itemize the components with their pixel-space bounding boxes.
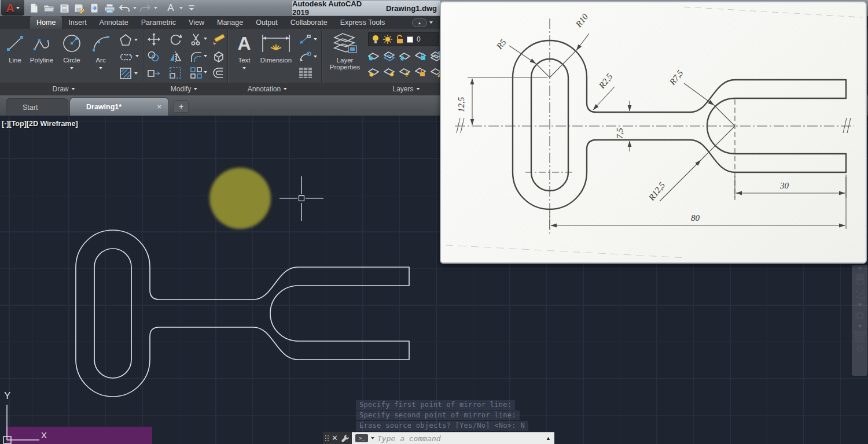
workspace-button[interactable]: A	[164, 2, 177, 14]
navigation-bar[interactable]	[852, 265, 867, 376]
ribbon-display-toggle[interactable]: ▲	[412, 18, 433, 27]
circle-button[interactable]: Circle	[58, 31, 86, 71]
layer-tool-lock-icon[interactable]	[415, 51, 426, 61]
layer-on-bulb-icon[interactable]	[372, 35, 380, 44]
viewport-controls[interactable]: [-][Top][2D Wireframe]	[2, 120, 78, 128]
pan-hand-icon[interactable]	[854, 273, 866, 285]
table-button[interactable]	[299, 67, 312, 79]
polygon-button[interactable]	[119, 34, 132, 46]
revision-cloud-button[interactable]	[119, 51, 133, 61]
drag-handle-icon[interactable]	[325, 435, 329, 441]
erase-button[interactable]	[212, 32, 226, 46]
save-as-button[interactable]	[73, 2, 86, 14]
revcloud-dropdown-icon[interactable]	[135, 55, 139, 57]
tab-collaborate[interactable]: Collaborate	[284, 16, 334, 29]
navbar-chevron-icon[interactable]	[858, 267, 862, 270]
orbit-dropdown-icon[interactable]	[858, 325, 862, 328]
leader-dropdown-icon[interactable]	[314, 38, 317, 40]
layer-tool-unisolate-icon[interactable]	[384, 51, 395, 61]
draw-panel-label[interactable]: Draw	[52, 83, 75, 95]
text-dropdown-icon[interactable]	[242, 67, 246, 69]
tab-home[interactable]: Home	[30, 16, 62, 29]
close-tab-icon[interactable]: ×	[157, 102, 161, 111]
zoom-dropdown-icon[interactable]	[858, 304, 862, 306]
polygon-dropdown-icon[interactable]	[134, 39, 138, 41]
file-tab-drawing1[interactable]: Drawing1* ×	[69, 97, 169, 116]
layer-tool-thaw-icon[interactable]	[399, 67, 411, 77]
command-input[interactable]: >_ Type a command ▲	[352, 432, 554, 444]
save-button[interactable]	[58, 2, 71, 14]
offset-button[interactable]	[212, 66, 226, 80]
layers-panel-label[interactable]: Layers	[392, 83, 420, 95]
line-button[interactable]: Line	[1, 31, 29, 64]
chevron-down-icon[interactable]	[429, 21, 433, 24]
leader-button[interactable]	[299, 34, 311, 45]
command-bar-grip[interactable]: ✕	[323, 432, 352, 444]
customize-wrench-icon[interactable]	[341, 434, 350, 442]
tab-insert[interactable]: Insert	[62, 16, 93, 29]
close-command-bar-icon[interactable]: ✕	[332, 434, 338, 442]
arc-button[interactable]: Arc	[87, 31, 115, 71]
polyline-button[interactable]: Polyline	[28, 31, 56, 64]
workspace-dropdown-icon[interactable]	[179, 7, 183, 9]
application-menu-button[interactable]: A	[1, 0, 24, 16]
modify-panel-label[interactable]: Modify	[171, 83, 197, 95]
new-file-button[interactable]	[28, 2, 41, 14]
scale-button[interactable]	[168, 66, 182, 80]
hatch-button[interactable]	[119, 67, 132, 80]
layer-tool-isolate-icon[interactable]	[368, 51, 380, 61]
trim-dropdown-icon[interactable]	[204, 38, 207, 40]
fillet-button[interactable]	[189, 50, 203, 64]
multileader-dropdown-icon[interactable]	[314, 56, 317, 58]
command-expand-icon[interactable]: ▲	[546, 435, 551, 441]
box-button[interactable]	[212, 50, 226, 64]
tab-output[interactable]: Output	[249, 16, 284, 29]
command-bar[interactable]: ✕ >_ Type a command ▲	[323, 432, 554, 444]
undo-button[interactable]	[118, 2, 131, 14]
file-tab-start[interactable]: Start	[6, 98, 68, 116]
layer-tool-on-icon[interactable]	[384, 67, 395, 77]
save-web-mobile-button[interactable]	[88, 2, 101, 14]
showmotion-icon[interactable]	[854, 331, 866, 342]
orbit-icon[interactable]	[854, 310, 866, 321]
hatch-dropdown-icon[interactable]	[134, 72, 138, 75]
move-button[interactable]	[147, 32, 161, 46]
command-prompt-icon[interactable]: >_	[355, 434, 368, 442]
multileader-button[interactable]	[299, 51, 311, 62]
circle-dropdown-icon[interactable]	[70, 67, 73, 69]
zoom-extents-icon[interactable]	[854, 288, 866, 300]
navbar-collapse-icon[interactable]	[856, 345, 863, 352]
dimension-button[interactable]: Dimension	[257, 31, 295, 64]
tab-express-tools[interactable]: Express Tools	[334, 16, 392, 29]
layer-state-control[interactable]: 0	[368, 32, 439, 46]
layer-tool-freeze-icon[interactable]	[399, 51, 411, 61]
undo-dropdown-icon[interactable]	[133, 7, 137, 9]
mirror-button[interactable]	[168, 50, 182, 64]
tab-parametric[interactable]: Parametric	[135, 16, 182, 29]
new-drawing-tab-button[interactable]: +	[174, 100, 189, 113]
open-file-button[interactable]	[43, 2, 56, 14]
customize-qat-button[interactable]	[185, 2, 198, 14]
layer-thaw-sun-icon[interactable]	[383, 35, 392, 44]
fillet-dropdown-icon[interactable]	[204, 55, 207, 57]
trim-button[interactable]	[189, 32, 203, 46]
tab-annotate[interactable]: Annotate	[93, 16, 135, 29]
recent-commands-icon[interactable]	[371, 437, 374, 439]
redo-dropdown-icon[interactable]	[154, 7, 157, 9]
array-button[interactable]	[189, 66, 203, 80]
plot-button[interactable]	[103, 2, 116, 14]
tab-manage[interactable]: Manage	[211, 16, 249, 29]
rotate-button[interactable]	[168, 32, 182, 46]
layer-properties-button[interactable]: Layer Properties	[324, 31, 366, 71]
tab-view[interactable]: View	[182, 16, 211, 29]
stretch-button[interactable]	[147, 66, 161, 80]
layer-tool-unlock2-icon[interactable]	[415, 67, 426, 77]
annotation-panel-label[interactable]: Annotation	[248, 83, 287, 95]
layer-color-swatch[interactable]	[407, 36, 413, 43]
text-button[interactable]: A Text	[230, 31, 258, 71]
layer-tool-make-current-icon[interactable]	[368, 67, 380, 77]
copy-button[interactable]	[147, 50, 161, 64]
redo-button[interactable]	[139, 2, 152, 14]
arc-dropdown-icon[interactable]	[99, 67, 102, 69]
array-dropdown-icon[interactable]	[204, 71, 207, 73]
